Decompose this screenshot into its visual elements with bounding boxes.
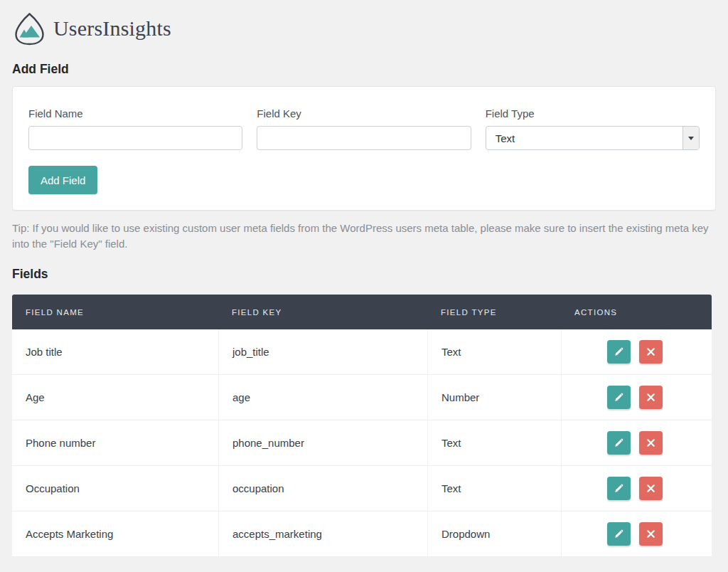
field-name-label: Field Name bbox=[28, 107, 242, 120]
page: UsersInsights Add Field Field Name Field… bbox=[0, 0, 728, 557]
cell-field-key: occupation bbox=[218, 466, 427, 511]
field-key-input[interactable] bbox=[257, 126, 471, 150]
table-row: Job title job_title Text bbox=[12, 329, 712, 375]
delete-field-button[interactable] bbox=[639, 386, 663, 409]
edit-field-button[interactable] bbox=[607, 386, 631, 409]
pencil-icon bbox=[614, 529, 624, 539]
cell-actions bbox=[561, 375, 712, 420]
delete-field-button[interactable] bbox=[639, 340, 663, 364]
fields-table: FIELD NAME FIELD KEY FIELD TYPE ACTIONS … bbox=[12, 295, 712, 557]
cell-field-name: Phone number bbox=[12, 420, 218, 465]
field-type-label: Field Type bbox=[486, 107, 700, 120]
field-key-label: Field Key bbox=[257, 107, 471, 120]
delete-field-button[interactable] bbox=[639, 431, 663, 455]
chevron-down-icon bbox=[682, 127, 699, 149]
edit-field-button[interactable] bbox=[607, 477, 631, 500]
add-field-heading: Add Field bbox=[12, 62, 716, 77]
pencil-icon bbox=[614, 392, 624, 403]
edit-field-button[interactable] bbox=[607, 431, 631, 455]
pencil-icon bbox=[614, 483, 624, 494]
cell-actions bbox=[561, 420, 712, 465]
field-type-select[interactable]: Text bbox=[486, 126, 700, 150]
column-header-actions: ACTIONS bbox=[561, 308, 712, 317]
edit-field-button[interactable] bbox=[607, 340, 631, 364]
cell-field-key: accepts_marketing bbox=[218, 512, 427, 556]
cell-field-name: Job title bbox=[12, 329, 218, 374]
table-header-row: FIELD NAME FIELD KEY FIELD TYPE ACTIONS bbox=[12, 295, 712, 329]
field-name-input[interactable] bbox=[28, 126, 242, 150]
x-icon bbox=[646, 484, 655, 493]
cell-field-type: Number bbox=[427, 375, 561, 420]
column-header-field-type: FIELD TYPE bbox=[427, 308, 561, 317]
cell-field-name: Occupation bbox=[12, 466, 218, 511]
table-row: Occupation occupation Text bbox=[12, 466, 712, 512]
x-icon bbox=[646, 529, 655, 539]
cell-field-type: Dropdown bbox=[427, 512, 561, 556]
field-key-group: Field Key bbox=[257, 107, 471, 150]
column-header-field-key: FIELD KEY bbox=[218, 308, 427, 317]
cell-actions bbox=[561, 329, 712, 374]
pencil-icon bbox=[614, 438, 624, 448]
cell-field-name: Accepts Marketing bbox=[12, 512, 218, 556]
cell-actions bbox=[561, 512, 712, 556]
add-field-button[interactable]: Add Field bbox=[28, 166, 97, 194]
table-row: Age age Number bbox=[12, 375, 712, 420]
delete-field-button[interactable] bbox=[639, 477, 663, 500]
delete-field-button[interactable] bbox=[639, 522, 663, 546]
cell-field-key: job_title bbox=[218, 329, 427, 374]
logo-text: UsersInsights bbox=[53, 16, 171, 41]
add-field-form-row: Field Name Field Key Field Type Text bbox=[28, 107, 700, 150]
field-type-selected-value: Text bbox=[486, 127, 682, 149]
table-body: Job title job_title Text Age age Number bbox=[12, 329, 712, 557]
cell-field-key: phone_number bbox=[218, 420, 427, 465]
edit-field-button[interactable] bbox=[607, 522, 631, 546]
pencil-icon bbox=[614, 346, 624, 357]
cell-field-type: Text bbox=[427, 466, 561, 511]
table-row: Phone number phone_number Text bbox=[12, 420, 712, 466]
x-icon bbox=[646, 347, 655, 356]
cell-field-type: Text bbox=[427, 420, 561, 465]
cell-field-key: age bbox=[218, 375, 427, 420]
x-icon bbox=[646, 438, 655, 447]
table-row: Accepts Marketing accepts_marketing Drop… bbox=[12, 512, 712, 557]
column-header-field-name: FIELD NAME bbox=[12, 308, 218, 317]
tip-text: Tip: If you would like to use existing c… bbox=[12, 221, 712, 252]
logo-bar: UsersInsights bbox=[12, 10, 716, 47]
cell-actions bbox=[561, 466, 712, 511]
cell-field-name: Age bbox=[12, 375, 218, 420]
mountains-logo-icon bbox=[12, 11, 47, 46]
field-name-group: Field Name bbox=[28, 107, 242, 150]
field-type-group: Field Type Text bbox=[486, 107, 700, 150]
cell-field-type: Text bbox=[427, 329, 561, 374]
fields-heading: Fields bbox=[12, 267, 716, 282]
x-icon bbox=[646, 393, 655, 402]
add-field-panel: Field Name Field Key Field Type Text Add… bbox=[12, 86, 716, 211]
